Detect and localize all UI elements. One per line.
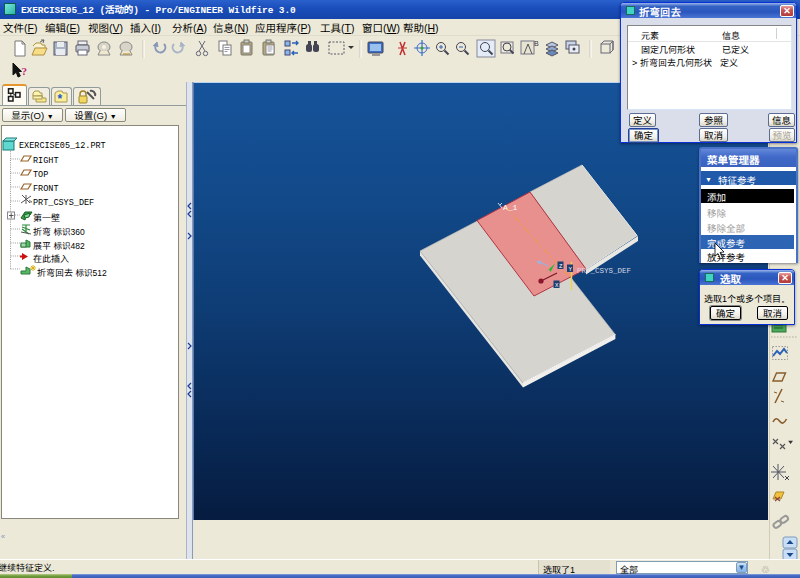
svg-text:PRT_CSYS_DEF: PRT_CSYS_DEF: [577, 267, 631, 275]
svg-text:*: *: [58, 90, 63, 103]
svg-text:X: X: [555, 282, 559, 289]
svg-text:Y: Y: [568, 266, 572, 273]
svg-text:A_1: A_1: [503, 203, 518, 212]
svg-text:B: B: [534, 38, 539, 48]
svg-text:?: ?: [22, 65, 28, 77]
svg-text:Z: Z: [559, 263, 563, 270]
